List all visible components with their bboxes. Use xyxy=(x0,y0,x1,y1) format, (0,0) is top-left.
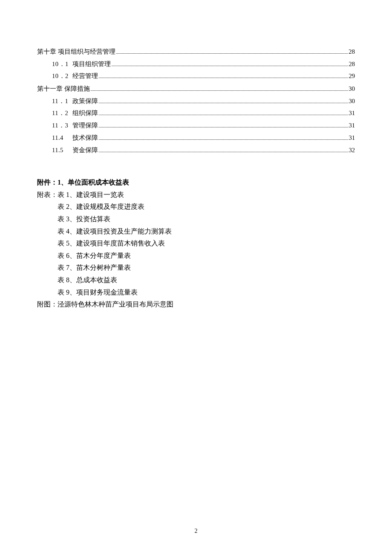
fujian-label: 附件： xyxy=(37,179,58,186)
toc-entry: 第十一章 保障措施 30 xyxy=(37,84,355,94)
toc-title: 管理保障 xyxy=(72,121,98,130)
toc-title: 资金保障 xyxy=(72,146,98,155)
table-item: 表 3、投资估算表 xyxy=(37,214,355,225)
appendix-futu: 附图：泾源特色林木种苗产业项目布局示意图 xyxy=(37,299,355,310)
toc-leader xyxy=(99,102,348,103)
toc-leader xyxy=(99,139,348,140)
futu-label: 附图： xyxy=(37,301,58,308)
toc-page: 28 xyxy=(349,60,355,69)
toc-leader xyxy=(91,90,348,91)
toc-leader xyxy=(112,65,348,66)
toc-title: 第十一章 保障措施 xyxy=(37,84,90,94)
toc-entry: 11.5 资金保障 32 xyxy=(37,146,355,155)
toc-title: 第十章 项目组织与经营管理 xyxy=(37,47,115,57)
toc-leader xyxy=(99,77,348,78)
toc-title: 经营管理 xyxy=(72,72,98,81)
toc-entry: 11．1 政策保障 30 xyxy=(37,97,355,106)
fujian-item: 1、单位面积成本收益表 xyxy=(58,179,129,186)
toc-page: 31 xyxy=(349,133,355,143)
toc-num: 10．2 xyxy=(52,72,72,81)
toc-entry: 10．2 经营管理 29 xyxy=(37,72,355,81)
table-item: 表 6、苗木分年度产量表 xyxy=(37,250,355,261)
table-item: 表 2、建设规模及年度进度表 xyxy=(37,201,355,212)
toc-entry: 11．2 组织保障 31 xyxy=(37,109,355,118)
toc-page: 28 xyxy=(349,47,355,57)
toc-page: 30 xyxy=(349,97,355,106)
fubiao-label: 附表： xyxy=(37,191,58,198)
page-number: 2 xyxy=(0,528,392,535)
table-item: 表 8、总成本收益表 xyxy=(37,275,355,286)
appendix-section: 附件：1、单位面积成本收益表 附表：表 1、建设项目一览表 表 2、建设规模及年… xyxy=(37,177,355,310)
toc-num: 11.4 xyxy=(52,133,72,143)
toc-page: 30 xyxy=(349,84,355,94)
toc-page: 31 xyxy=(349,121,355,130)
document-page: 第十章 项目组织与经营管理 28 10．1 项目组织管理 28 10．2 经营管… xyxy=(0,0,392,310)
toc-title: 组织保障 xyxy=(72,109,98,118)
table-item: 表 1、建设项目一览表 xyxy=(58,191,124,198)
table-item: 表 4、建设项目投资及生产能力测算表 xyxy=(37,226,355,237)
table-item: 表 7、苗木分树种产量表 xyxy=(37,262,355,273)
appendix-fujian: 附件：1、单位面积成本收益表 xyxy=(37,177,355,188)
toc-title: 技术保障 xyxy=(72,133,98,143)
toc-leader xyxy=(116,53,348,54)
toc-entry: 11．3 管理保障 31 xyxy=(37,121,355,130)
futu-item: 泾源特色林木种苗产业项目布局示意图 xyxy=(58,301,173,308)
toc-num: 11．3 xyxy=(52,121,72,130)
toc-page: 29 xyxy=(349,72,355,81)
toc-page: 32 xyxy=(349,146,355,155)
toc-leader xyxy=(99,114,348,115)
toc-entry: 第十章 项目组织与经营管理 28 xyxy=(37,47,355,57)
toc-num: 11．2 xyxy=(52,109,72,118)
toc-num: 11．1 xyxy=(52,97,72,106)
toc-leader xyxy=(99,127,348,127)
table-item: 表 5、建设项目年度苗木销售收入表 xyxy=(37,238,355,249)
toc-num: 11.5 xyxy=(52,146,72,155)
appendix-fubiao-first: 附表：表 1、建设项目一览表 xyxy=(37,189,355,200)
table-item: 表 9、项目财务现金流量表 xyxy=(37,287,355,298)
toc-entry: 10．1 项目组织管理 28 xyxy=(37,60,355,69)
toc-page: 31 xyxy=(349,109,355,118)
toc-leader xyxy=(99,151,348,152)
toc-title: 项目组织管理 xyxy=(72,60,111,69)
toc-title: 政策保障 xyxy=(72,97,98,106)
toc-entry: 11.4 技术保障 31 xyxy=(37,133,355,143)
toc-num: 10．1 xyxy=(52,60,72,69)
toc-section: 第十章 项目组织与经营管理 28 10．1 项目组织管理 28 10．2 经营管… xyxy=(37,47,355,155)
